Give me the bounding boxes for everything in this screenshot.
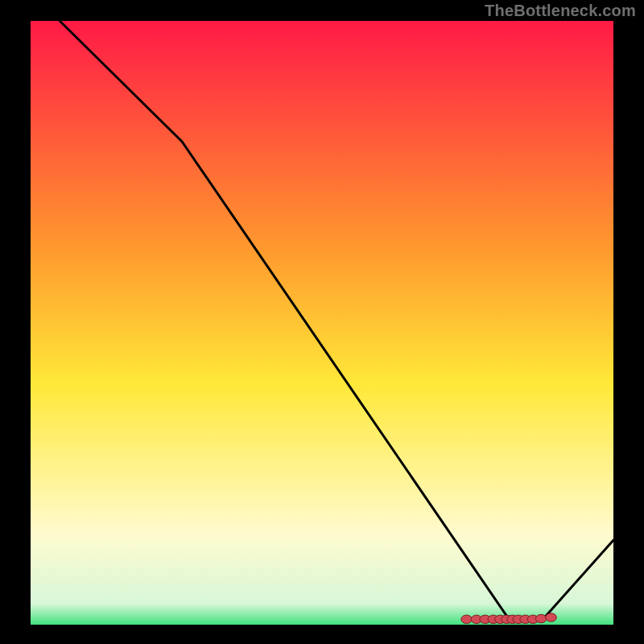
optimal-marker bbox=[461, 615, 473, 623]
chart-svg bbox=[0, 0, 644, 644]
chart-stage: TheBottleneck.com bbox=[0, 0, 644, 644]
plot-area bbox=[31, 21, 613, 625]
optimal-marker bbox=[546, 613, 557, 621]
optimal-marker bbox=[535, 614, 547, 622]
watermark-text: TheBottleneck.com bbox=[485, 2, 636, 20]
